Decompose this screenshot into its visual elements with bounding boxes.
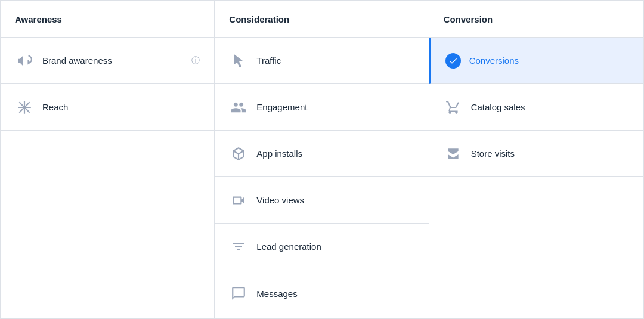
lead-generation-label: Lead generation	[256, 241, 321, 252]
catalog-sales-item[interactable]: Catalog sales	[429, 84, 643, 131]
cursor-icon	[229, 51, 248, 70]
engagement-item[interactable]: Engagement	[215, 84, 428, 131]
traffic-label: Traffic	[256, 55, 281, 66]
messages-label: Messages	[256, 289, 297, 299]
engagement-label: Engagement	[256, 102, 307, 112]
lead-generation-item[interactable]: Lead generation	[215, 224, 428, 270]
reach-item[interactable]: Reach	[1, 84, 214, 131]
conversion-header: Conversion	[429, 1, 643, 38]
info-icon-brand-awareness[interactable]: ⓘ	[191, 55, 200, 66]
reach-label: Reach	[42, 102, 68, 112]
store-visits-label: Store visits	[471, 148, 515, 159]
asterisk-icon	[15, 98, 34, 117]
conversions-item[interactable]: Conversions	[429, 38, 643, 84]
video-views-label: Video views	[256, 195, 304, 205]
conversion-empty	[429, 177, 643, 318]
check-circle-icon	[445, 53, 461, 69]
store-icon	[444, 144, 463, 163]
brand-awareness-item[interactable]: Brand awareness ⓘ	[1, 38, 214, 84]
catalog-sales-label: Catalog sales	[471, 102, 525, 112]
chat-icon	[229, 284, 248, 303]
people-icon	[229, 98, 248, 117]
brand-awareness-label: Brand awareness	[42, 55, 112, 66]
app-installs-item[interactable]: App installs	[215, 131, 428, 177]
cart-icon	[444, 98, 463, 117]
megaphone-icon	[15, 51, 34, 70]
messages-item[interactable]: Messages	[215, 270, 428, 317]
store-visits-item[interactable]: Store visits	[429, 131, 643, 177]
consideration-header: Consideration	[215, 1, 428, 38]
video-views-item[interactable]: Video views	[215, 177, 428, 224]
awareness-column: Awareness Brand awareness ⓘ Reach	[1, 1, 215, 318]
video-icon	[229, 191, 248, 210]
campaign-objective-grid: Awareness Brand awareness ⓘ Reach Consid…	[0, 0, 644, 319]
app-installs-label: App installs	[256, 148, 302, 159]
traffic-item[interactable]: Traffic	[215, 38, 428, 84]
awareness-empty	[1, 131, 214, 318]
consideration-column: Consideration Traffic Engagement	[215, 1, 429, 318]
box-icon	[229, 144, 248, 163]
conversion-column: Conversion Conversions Catalog sales	[429, 1, 643, 318]
awareness-header: Awareness	[1, 1, 214, 38]
conversions-label: Conversions	[469, 55, 519, 66]
funnel-icon	[229, 237, 248, 256]
